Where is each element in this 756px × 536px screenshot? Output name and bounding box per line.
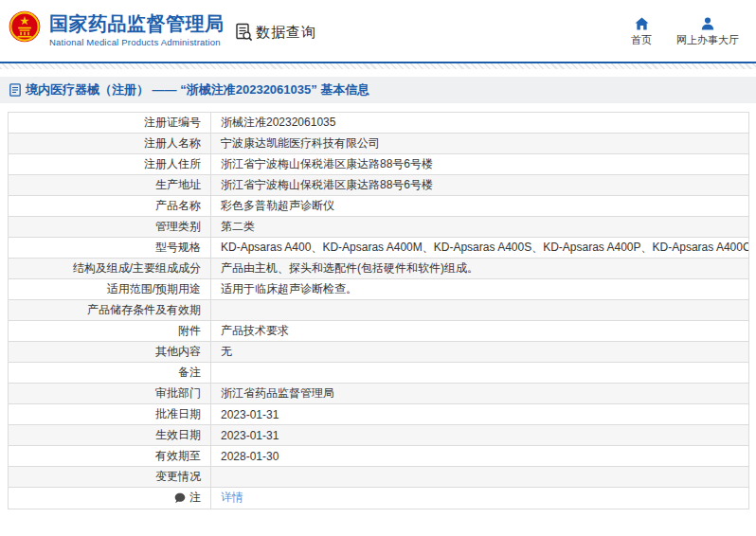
registration-detail-table: 注册证编号 浙械注准20232061035 注册人名称 宁波康达凯能医疗科技有限… [8,112,749,509]
row-label: 注册证编号 [9,113,211,134]
row-label: 型号规格 [9,238,211,259]
row-value: 第二类 [211,217,749,238]
table-row: 管理类别 第二类 [9,217,749,238]
site-title-block: 国家药品监督管理局 National Medical Products Admi… [49,13,225,47]
row-label: 生产地址 [9,175,211,196]
row-value [211,467,749,488]
table-row: 结构及组成/主要组成成分 产品由主机、探头和选配件(包括硬件和软件)组成。 [9,259,749,279]
row-value [211,363,749,384]
row-value: 浙江省宁波梅山保税港区康达路88号6号楼 [211,154,749,175]
table-row-note: 注 详情 [9,488,749,509]
table-row: 产品储存条件及有效期 [9,300,749,321]
national-emblem-logo [9,10,41,43]
row-value: 浙江省宁波梅山保税港区康达路88号6号楼 [211,175,749,196]
data-query-icon [234,23,253,42]
site-subtitle: National Medical Products Administration [49,37,225,47]
row-label: 其他内容 [9,342,211,363]
breadcrumb-text: 境内医疗器械（注册） —— “浙械注准20232061035” 基本信息 [26,81,369,98]
header-stripe-band [0,63,756,69]
row-label: 附件 [9,321,211,342]
person-icon [701,17,714,30]
row-value: 彩色多普勒超声诊断仪 [211,196,749,217]
row-value: 产品由主机、探头和选配件(包括硬件和软件)组成。 [211,259,749,279]
site-title: 国家药品监督管理局 [49,13,225,34]
row-label: 有效期至 [9,446,211,467]
table-row: 生产地址 浙江省宁波梅山保税港区康达路88号6号楼 [9,175,749,196]
table-row: 其他内容 无 [9,342,749,363]
row-value: 2028-01-30 [211,446,749,467]
table-row: 注册人住所 浙江省宁波梅山保税港区康达路88号6号楼 [9,154,749,175]
table-row: 备注 [9,363,749,384]
table-row: 注册人名称 宁波康达凯能医疗科技有限公司 [9,134,749,154]
row-label: 批准日期 [9,404,211,425]
row-label: 注册人住所 [9,154,211,175]
row-value [211,300,749,321]
row-value: 浙械注准20232061035 [211,113,749,134]
row-label: 产品储存条件及有效期 [9,300,211,321]
table-row: 注册证编号 浙械注准20232061035 [9,113,749,134]
home-icon [635,17,649,30]
row-value: 无 [211,342,749,363]
row-value: 2023-01-31 [211,404,749,425]
data-query-label: 数据查询 [256,24,316,42]
speech-bubble-icon [174,492,186,504]
row-label: 管理类别 [9,217,211,238]
row-label: 注 [9,488,211,509]
registration-detail-table-wrap: 注册证编号 浙械注准20232061035 注册人名称 宁波康达凯能医疗科技有限… [8,112,749,509]
row-value: 详情 [211,488,749,509]
row-value: 浙江省药品监督管理局 [211,384,749,404]
nav-item-home[interactable]: 首页 [631,17,652,47]
row-value: 适用于临床超声诊断检查。 [211,279,749,300]
row-label: 审批部门 [9,384,211,404]
row-label: 变更情况 [9,467,211,488]
document-icon [9,83,21,97]
table-row: 附件 产品技术要求 [9,321,749,342]
data-query-tab[interactable]: 数据查询 [234,23,316,42]
row-label: 结构及组成/主要组成成分 [9,259,211,279]
row-label-text: 注 [189,490,201,506]
site-header: 国家药品监督管理局 National Medical Products Admi… [0,0,756,62]
table-row: 生效日期 2023-01-31 [9,425,749,446]
row-label: 产品名称 [9,196,211,217]
table-row: 审批部门 浙江省药品监督管理局 [9,384,749,404]
breadcrumb: 境内医疗器械（注册） —— “浙械注准20232061035” 基本信息 [0,77,756,103]
row-label: 注册人名称 [9,134,211,154]
row-label: 生效日期 [9,425,211,446]
table-row: 型号规格 KD-Apsaras A400、KD-Apsaras A400M、KD… [9,238,749,259]
nav-item-service-hall[interactable]: 网上办事大厅 [676,17,739,47]
nav-item-label: 首页 [631,33,652,47]
header-nav: 首页 网上办事大厅 [631,17,739,47]
note-detail-link[interactable]: 详情 [221,491,243,504]
table-row: 变更情况 [9,467,749,488]
table-row: 批准日期 2023-01-31 [9,404,749,425]
row-value: 产品技术要求 [211,321,749,342]
row-value: 2023-01-31 [211,425,749,446]
row-value: KD-Apsaras A400、KD-Apsaras A400M、KD-Apsa… [211,238,749,259]
row-label: 适用范围/预期用途 [9,279,211,300]
row-label: 备注 [9,363,211,384]
table-row: 适用范围/预期用途 适用于临床超声诊断检查。 [9,279,749,300]
table-row: 有效期至 2028-01-30 [9,446,749,467]
nav-item-label: 网上办事大厅 [676,33,739,47]
row-value: 宁波康达凯能医疗科技有限公司 [211,134,749,154]
table-row: 产品名称 彩色多普勒超声诊断仪 [9,196,749,217]
